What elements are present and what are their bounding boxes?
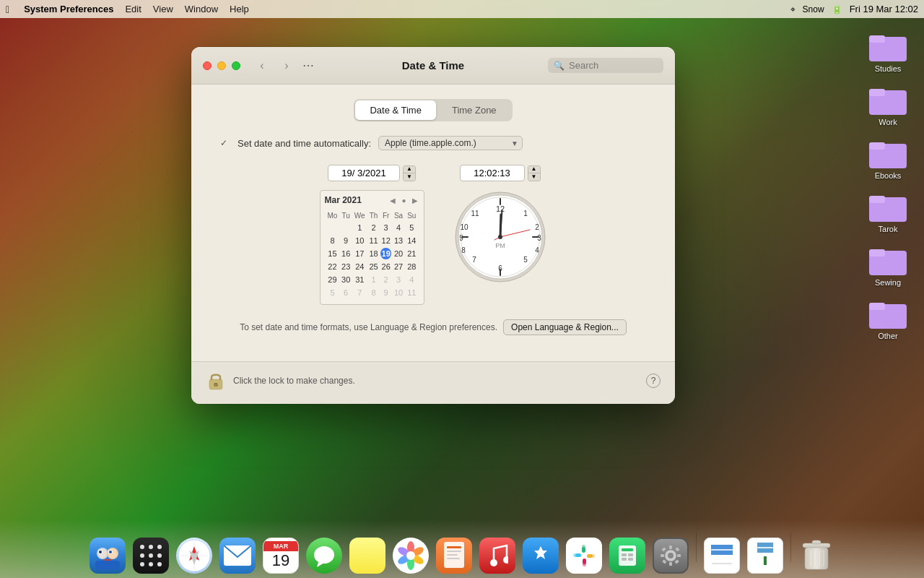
dock-item-appstore[interactable] xyxy=(521,536,560,575)
dock-item-messages[interactable] xyxy=(305,536,344,575)
calendar-day[interactable]: 14 xyxy=(406,235,417,246)
calendar-day[interactable]: 17 xyxy=(353,248,367,259)
menubar-help[interactable]: Help xyxy=(230,4,249,14)
dock-item-slack[interactable] xyxy=(565,536,603,575)
menubar-view[interactable]: View xyxy=(153,4,173,14)
calendar-day[interactable]: 7 xyxy=(353,287,367,298)
time-stepper-up[interactable]: ▲ xyxy=(528,166,540,173)
svg-rect-1 xyxy=(869,35,885,43)
cal-today-dot[interactable]: ● xyxy=(400,197,407,204)
dock-item-photos[interactable] xyxy=(391,536,430,575)
calendar-day[interactable]: 28 xyxy=(406,261,417,272)
calendar-day[interactable]: 19 xyxy=(380,248,391,259)
calendar-day[interactable]: 3 xyxy=(380,222,391,233)
date-stepper-down[interactable]: ▼ xyxy=(404,173,415,181)
dock-item-finder[interactable] xyxy=(88,536,127,575)
calendar-day[interactable]: 15 xyxy=(326,248,339,259)
calendar-day[interactable]: 24 xyxy=(353,261,367,272)
calendar-day[interactable]: 4 xyxy=(393,222,404,233)
calendar-day[interactable]: 22 xyxy=(326,261,339,272)
calendar-day[interactable]: 5 xyxy=(326,287,339,298)
calendar-day[interactable]: 16 xyxy=(340,248,351,259)
dock-item-trash[interactable] xyxy=(797,536,836,575)
lock-area[interactable]: Click the lock to make changes. xyxy=(206,369,355,392)
folder-sewing[interactable]: Sewing xyxy=(859,239,917,293)
calendar-day[interactable]: 21 xyxy=(406,248,417,259)
date-input[interactable] xyxy=(328,165,400,181)
folder-ebooks[interactable]: Ebooks xyxy=(859,132,917,186)
search-bar[interactable]: 🔍 xyxy=(548,58,663,73)
calendar-day[interactable]: 2 xyxy=(380,274,391,285)
calendar-day[interactable]: 1 xyxy=(368,274,380,285)
dock-item-mail[interactable] xyxy=(218,536,257,575)
calendar-day[interactable]: 11 xyxy=(406,287,417,298)
time-stepper[interactable]: ▲ ▼ xyxy=(528,165,541,181)
calendar-day[interactable]: 11 xyxy=(368,235,380,246)
menubar-app-name[interactable]: System Preferences xyxy=(24,4,113,14)
svg-text:1: 1 xyxy=(523,210,528,217)
dock-item-doc2[interactable] xyxy=(746,536,785,575)
dock-item-music[interactable] xyxy=(478,536,517,575)
help-button[interactable]: ? xyxy=(646,374,661,388)
auto-time-checkbox[interactable]: ✓ xyxy=(220,138,230,148)
auto-time-label: Set date and time automatically: xyxy=(237,138,371,149)
minimize-button[interactable] xyxy=(217,61,226,70)
calendar-day[interactable]: 8 xyxy=(368,287,380,298)
grid-icon[interactable]: ⋯ xyxy=(302,59,314,72)
calendar-day[interactable]: 18 xyxy=(368,248,380,259)
tab-time-zone[interactable]: Time Zone xyxy=(437,100,511,120)
date-stepper[interactable]: ▲ ▼ xyxy=(403,165,416,181)
dock-item-numbers[interactable] xyxy=(608,536,647,575)
folder-studies[interactable]: Studies xyxy=(859,25,917,79)
dock-item-pages[interactable] xyxy=(435,536,474,575)
forward-button[interactable]: › xyxy=(276,59,297,73)
menubar-edit[interactable]: Edit xyxy=(125,4,141,14)
folder-other[interactable]: Other xyxy=(859,293,917,346)
time-server-select[interactable]: Apple (time.apple.com.) xyxy=(378,136,523,150)
calendar-day[interactable]: 5 xyxy=(406,222,417,233)
cal-prev-button[interactable]: ◀ xyxy=(388,197,397,204)
calendar-day[interactable]: 8 xyxy=(326,235,339,246)
calendar-day[interactable]: 30 xyxy=(340,274,351,285)
tab-date-time[interactable]: Date & Time xyxy=(355,100,436,120)
calendar-day[interactable]: 26 xyxy=(380,261,391,272)
back-button[interactable]: ‹ xyxy=(252,59,272,73)
dock-item-doc1[interactable] xyxy=(702,536,741,575)
date-stepper-up[interactable]: ▲ xyxy=(404,166,415,173)
dock-item-notes[interactable] xyxy=(348,536,387,575)
dock-item-sysprefs[interactable] xyxy=(651,536,690,575)
calendar-day[interactable]: 10 xyxy=(393,287,404,298)
svg-point-54 xyxy=(157,553,162,558)
svg-rect-111 xyxy=(812,540,821,544)
menubar-window[interactable]: Window xyxy=(185,4,218,14)
cal-next-button[interactable]: ▶ xyxy=(411,197,419,204)
time-input[interactable] xyxy=(460,165,525,181)
calendar-day[interactable]: 27 xyxy=(393,261,404,272)
calendar-day[interactable]: 25 xyxy=(368,261,380,272)
calendar-day[interactable]: 29 xyxy=(326,274,339,285)
calendar-day[interactable]: 12 xyxy=(380,235,391,246)
apple-menu-icon[interactable]:  xyxy=(6,4,9,15)
maximize-button[interactable] xyxy=(232,61,240,70)
close-button[interactable] xyxy=(203,61,212,70)
calendar-day[interactable]: 9 xyxy=(340,235,351,246)
calendar-day[interactable]: 1 xyxy=(353,222,367,233)
open-language-region-button[interactable]: Open Language & Region... xyxy=(503,319,627,335)
calendar-day[interactable]: 2 xyxy=(368,222,380,233)
calendar-day[interactable]: 31 xyxy=(353,274,367,285)
calendar-day[interactable]: 13 xyxy=(393,235,404,246)
dock-item-launchpad[interactable] xyxy=(131,536,170,575)
calendar-day[interactable]: 6 xyxy=(340,287,351,298)
calendar-day[interactable]: 20 xyxy=(393,248,404,259)
folder-work[interactable]: Work xyxy=(859,79,917,132)
folder-tarok[interactable]: Tarok xyxy=(859,186,917,239)
calendar-day[interactable]: 10 xyxy=(353,235,367,246)
dock-item-safari[interactable] xyxy=(175,536,214,575)
dock-item-calendar[interactable]: MAR 19 xyxy=(261,536,300,575)
calendar-day[interactable]: 3 xyxy=(393,274,404,285)
calendar-day[interactable]: 4 xyxy=(406,274,417,285)
search-input[interactable] xyxy=(569,60,655,71)
time-stepper-down[interactable]: ▼ xyxy=(528,173,540,181)
calendar-day[interactable]: 23 xyxy=(340,261,351,272)
calendar-day[interactable]: 9 xyxy=(380,287,391,298)
